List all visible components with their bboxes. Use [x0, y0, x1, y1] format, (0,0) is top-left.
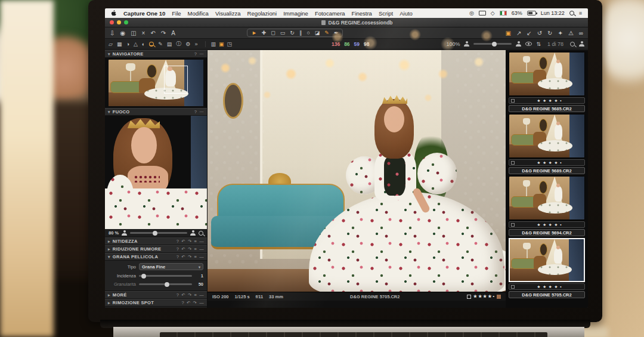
riduzione-copy-icon[interactable]: ↶: [181, 246, 185, 252]
focus-help-icon[interactable]: ?: [194, 109, 197, 115]
grana-preset-icon[interactable]: ≡: [194, 254, 197, 259]
output-button[interactable]: ◫: [131, 30, 136, 36]
proof-glasses-icon[interactable]: ∞: [579, 30, 583, 36]
thumb-filename[interactable]: D&G REGINE 5705.CR2: [509, 291, 585, 298]
thumb-rating[interactable]: ★ ★ ★ ★ •: [516, 98, 583, 103]
redo-button[interactable]: ↷: [161, 30, 166, 36]
spotlight-search-icon[interactable]: [569, 11, 574, 16]
more-help-icon[interactable]: ?: [177, 292, 179, 298]
section-rimozione-spot[interactable]: ▸ RIMOZIONE SPOT ? ↶ ↷ —: [105, 299, 207, 307]
contrast-icon[interactable]: ◐: [142, 41, 145, 47]
nitidezza-caret-icon[interactable]: ▸: [108, 239, 110, 244]
pick-checkbox[interactable]: [467, 295, 471, 299]
capture-button[interactable]: ◉: [120, 30, 125, 36]
nitidezza-preset-icon[interactable]: ≡: [194, 239, 197, 244]
zoom-window-button[interactable]: [124, 20, 128, 24]
navigator-caret-icon[interactable]: ▾: [108, 52, 110, 57]
cursor-tool-icon[interactable]: ►: [252, 30, 257, 36]
close-window-button[interactable]: [110, 20, 114, 24]
menu-modifica[interactable]: Modifica: [188, 10, 209, 17]
thumb-filename[interactable]: D&G REGINE 5685.CR2: [509, 105, 585, 112]
filmstrip-cell-selected[interactable]: ★ ★ ★ ★ • D&G REGINE 5705.CR2: [509, 238, 585, 298]
more-copy-icon[interactable]: ↶: [181, 292, 185, 298]
thumb-rating[interactable]: ★ ★ ★ ★ •: [516, 285, 583, 289]
more-tools-chevron[interactable]: »: [194, 41, 197, 47]
thumb-filename[interactable]: D&G REGINE 5694.CR2: [509, 229, 585, 236]
thumb-checkbox[interactable]: [511, 285, 515, 289]
text-tool-button[interactable]: A: [171, 30, 175, 36]
thumb-checkbox[interactable]: [511, 99, 515, 103]
display-icon[interactable]: [479, 11, 486, 16]
minimize-window-button[interactable]: [117, 20, 121, 24]
menu-immagine[interactable]: Immagine: [283, 10, 308, 17]
battery-icon[interactable]: [527, 11, 536, 16]
rotate-cw-icon[interactable]: ↻: [547, 30, 552, 36]
menu-file[interactable]: File: [172, 10, 181, 17]
panel-menu-icon[interactable]: ⋯: [199, 51, 204, 57]
focus-menu-icon[interactable]: ⋯: [199, 109, 204, 115]
menu-finestra[interactable]: Finestra: [352, 10, 372, 17]
nitidezza-collapse-icon[interactable]: —: [199, 239, 204, 244]
thumbnail-5694[interactable]: [509, 176, 585, 220]
pen-tool-icon[interactable]: ✒: [334, 30, 339, 36]
filmstrip-cell[interactable]: ★ ★ ★ ★ • D&G REGINE 5689.CR2: [509, 114, 585, 174]
section-nitidezza[interactable]: ▸ NITIDEZZA ? ↶ ↷ ≡ —: [105, 237, 207, 245]
library-icon[interactable]: ▦: [117, 41, 122, 47]
thumb-checkbox[interactable]: [511, 161, 515, 165]
sort-icon[interactable]: ⇅: [536, 41, 541, 47]
import-arrow-icon[interactable]: ↙: [527, 30, 531, 36]
thumb-rating[interactable]: ★ ★ ★ ★ •: [516, 160, 583, 165]
riduzione-apply-icon[interactable]: ↷: [188, 246, 192, 252]
riduzione-caret-icon[interactable]: ▸: [108, 247, 110, 252]
metadata-table-icon[interactable]: ▤: [167, 41, 172, 47]
thumb-rating[interactable]: ★ ★ ★ ★ •: [516, 222, 583, 227]
notification-center-icon[interactable]: ≡: [579, 10, 582, 16]
copies-icon[interactable]: ▣: [505, 30, 510, 36]
pan-tool-icon[interactable]: ✚: [262, 30, 267, 36]
crystal-icon[interactable]: ✦: [558, 30, 563, 36]
spot-tool-icon[interactable]: ○: [306, 30, 309, 36]
navigator-header[interactable]: ▾ NAVIGATORE ? ⋯: [105, 50, 207, 58]
info-icon[interactable]: ⓘ: [176, 40, 181, 48]
rotate-ccw-icon[interactable]: ↺: [537, 30, 542, 36]
rimozione-caret-icon[interactable]: ▸: [108, 301, 110, 305]
rimozione-help-icon[interactable]: ?: [182, 300, 184, 305]
airplay-diamond-icon[interactable]: ◇: [491, 10, 495, 16]
section-more[interactable]: ▸ MORÉ ? ↶ ↷ ≡ —: [105, 291, 207, 299]
import-images-button[interactable]: ⇩: [110, 30, 114, 36]
browser-search-icon[interactable]: [570, 42, 575, 47]
grana-help-icon[interactable]: ?: [177, 254, 179, 259]
export-arrow-icon[interactable]: ↗: [516, 30, 521, 36]
grana-collapse-icon[interactable]: —: [199, 254, 204, 259]
rimozione-collapse-icon[interactable]: —: [199, 300, 204, 305]
delete-button[interactable]: ×: [142, 30, 145, 36]
viewer-image[interactable]: [208, 50, 506, 292]
focus-magnifier-icon[interactable]: [199, 231, 203, 236]
select-tool-icon[interactable]: ◻: [271, 30, 275, 36]
brush-tool-icon[interactable]: ✎: [324, 30, 329, 36]
incidenza-slider[interactable]: [139, 275, 192, 277]
zoom-slider[interactable]: [473, 43, 512, 45]
details-magnifier-icon[interactable]: [149, 42, 154, 47]
rotate-tool-icon[interactable]: ↻: [290, 30, 295, 36]
filmstrip-cell[interactable]: ★ ★ ★ ★ • D&G REGINE 5694.CR2: [509, 176, 585, 236]
nitidezza-apply-icon[interactable]: ↷: [188, 239, 192, 244]
menu-fotocamera[interactable]: Fotocamera: [315, 10, 345, 17]
focus-header[interactable]: ▾ FUOCO ? ⋯: [105, 108, 207, 116]
menu-clock[interactable]: Lun 13:22: [541, 10, 565, 16]
proof-view-icon[interactable]: ◳: [227, 41, 232, 47]
straighten-tool-icon[interactable]: ∥: [299, 30, 302, 36]
eye-filter-icon[interactable]: [525, 42, 532, 46]
menu-script[interactable]: Script: [379, 10, 393, 17]
gradient-tool-icon[interactable]: ◪: [315, 30, 320, 36]
image-viewer[interactable]: ISO 200 1/125 s f/11 33 mm D&G REGINE 57…: [208, 50, 506, 308]
nitidezza-help-icon[interactable]: ?: [177, 239, 179, 244]
color-wheel-icon[interactable]: ◑: [126, 41, 129, 47]
app-menu-title[interactable]: Capture One 10: [123, 10, 165, 17]
grana-apply-icon[interactable]: ↷: [188, 254, 192, 259]
single-view-icon[interactable]: ▣: [219, 41, 224, 47]
more-collapse-icon[interactable]: —: [199, 292, 204, 298]
grana-caret-icon[interactable]: ▾: [108, 255, 110, 259]
gear-icon[interactable]: ⚙: [185, 41, 190, 47]
thumbnail-5689[interactable]: [509, 114, 585, 158]
